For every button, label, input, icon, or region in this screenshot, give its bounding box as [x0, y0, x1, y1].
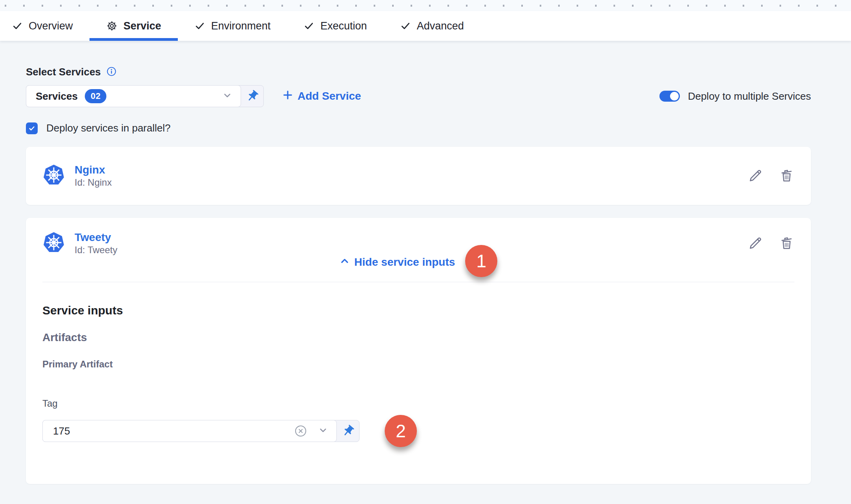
tab-label: Environment: [211, 20, 271, 32]
services-dropdown-field[interactable]: Services 02: [26, 85, 241, 107]
service-id: Id: Nginx: [75, 177, 112, 188]
pencil-icon: [747, 168, 763, 184]
tab-advanced[interactable]: Advanced: [383, 11, 480, 41]
delete-service-button[interactable]: [779, 168, 794, 184]
stage-connector-strip: [0, 0, 851, 11]
annotation-badge-2: 2: [385, 415, 417, 447]
trash-icon: [779, 168, 794, 184]
tag-label: Tag: [42, 398, 794, 409]
select-services-label: Select Services: [26, 66, 101, 78]
add-service-label: Add Service: [298, 90, 361, 102]
add-service-button[interactable]: Add Service: [282, 89, 361, 104]
deploy-multiple-toggle[interactable]: [659, 91, 680, 102]
artifacts-title: Artifacts: [42, 331, 794, 344]
toggle-knob: [670, 92, 679, 100]
chevron-down-icon[interactable]: [318, 425, 329, 437]
chevron-up-icon: [340, 256, 350, 269]
card-divider: [42, 282, 794, 282]
deploy-parallel-checkbox[interactable]: [26, 122, 38, 134]
services-dropdown-value: Services: [36, 90, 78, 102]
tab-service[interactable]: Service: [89, 11, 178, 41]
tab-label: Service: [124, 20, 161, 32]
tab-environment[interactable]: Environment: [178, 11, 287, 41]
check-icon: [194, 20, 205, 31]
tag-field-group: [42, 420, 360, 442]
service-name-link[interactable]: Tweety: [75, 231, 117, 244]
service-card-tweety: Tweety Id: Tweety Hide service inputs 1 …: [26, 218, 811, 484]
service-tab-content: Select Services Services 02 Add Service: [26, 66, 811, 484]
service-inputs-title: Service inputs: [42, 303, 794, 318]
info-icon[interactable]: [106, 66, 117, 78]
hide-service-inputs-label: Hide service inputs: [354, 256, 455, 268]
pin-icon[interactable]: [241, 85, 264, 107]
edit-service-button[interactable]: [747, 168, 763, 184]
tab-execution[interactable]: Execution: [287, 11, 383, 41]
service-card-nginx: Nginx Id: Nginx: [26, 147, 811, 205]
clear-icon[interactable]: [294, 424, 307, 438]
deploy-parallel-label: Deploy services in parallel?: [46, 122, 170, 134]
chevron-down-icon[interactable]: [222, 90, 233, 102]
hide-service-inputs-button[interactable]: Hide service inputs: [340, 256, 455, 269]
tag-input[interactable]: [43, 420, 285, 442]
stage-tabbar: Overview Service Environment Execution A…: [0, 11, 851, 41]
tab-label: Overview: [29, 20, 73, 32]
checkbox-check-icon: [28, 124, 36, 132]
tab-overview[interactable]: Overview: [12, 11, 89, 41]
annotation-badge-1: 1: [465, 245, 497, 277]
check-icon: [303, 20, 314, 31]
tab-label: Advanced: [417, 20, 464, 32]
gear-icon: [106, 20, 118, 32]
pin-icon[interactable]: [337, 420, 360, 442]
primary-artifact-title: Primary Artifact: [42, 358, 794, 370]
tab-label: Execution: [320, 20, 367, 32]
services-count-badge: 02: [85, 89, 106, 103]
check-icon: [400, 20, 411, 31]
service-name-link[interactable]: Nginx: [75, 164, 112, 176]
kubernetes-icon: [42, 164, 65, 188]
services-dropdown: Services 02: [26, 85, 264, 107]
deploy-multiple-label: Deploy to multiple Services: [688, 90, 811, 102]
plus-icon: [282, 89, 294, 104]
check-icon: [12, 20, 23, 31]
